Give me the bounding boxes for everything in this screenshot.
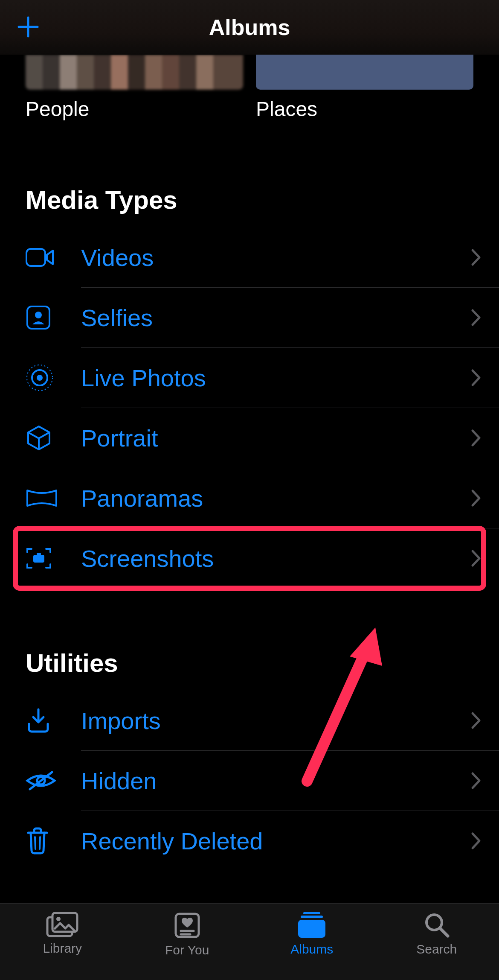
chevron-right-icon [471,772,499,790]
utility-imports[interactable]: Imports [0,691,499,750]
hidden-icon [26,770,56,792]
svg-line-26 [440,928,448,936]
panorama-icon [26,488,58,508]
chevron-right-icon [471,712,499,729]
svg-point-4 [35,312,42,318]
row-label: Videos [81,244,471,271]
selfie-icon [26,305,51,330]
svg-point-18 [56,917,61,921]
svg-point-7 [37,375,43,381]
tab-search[interactable]: Search [374,904,499,980]
utility-recently-deleted[interactable]: Recently Deleted [0,811,499,871]
plus-icon [16,15,40,39]
media-type-screenshots[interactable]: Screenshots [0,528,499,588]
tab-library[interactable]: Library [0,904,125,980]
tab-label: For You [165,943,209,957]
svg-rect-23 [301,916,323,918]
chevron-right-icon [471,429,499,447]
tab-foryou[interactable]: For You [125,904,250,980]
media-type-livephotos[interactable]: Live Photos [0,348,499,408]
tab-label: Search [416,942,457,957]
row-label: Portrait [81,424,471,452]
people-label: People [26,97,243,121]
svg-rect-2 [26,249,45,266]
row-label: Screenshots [81,545,471,572]
row-label: Live Photos [81,364,471,392]
svg-line-13 [40,837,40,849]
albums-icon [296,911,328,939]
add-album-button[interactable] [16,15,40,39]
chevron-right-icon [471,832,499,850]
chevron-right-icon [471,549,499,567]
places-label: Places [256,97,473,121]
search-icon [423,911,450,939]
tabbar: Library For You Albums Search [0,903,499,980]
page-title: Albums [209,15,290,40]
places-album[interactable]: Places [256,55,473,121]
row-label: Imports [81,707,471,735]
utilities-header: Utilities [0,631,499,691]
media-type-selfies[interactable]: Selfies [0,288,499,347]
chevron-right-icon [471,489,499,507]
svg-line-12 [35,837,35,849]
foryou-icon [173,911,201,939]
tab-label: Library [43,941,82,956]
media-types-header: Media Types [0,168,499,228]
row-label: Panoramas [81,484,471,512]
svg-rect-22 [303,912,320,914]
row-label: Recently Deleted [81,827,471,855]
media-type-videos[interactable]: Videos [0,228,499,287]
svg-rect-9 [37,553,41,555]
screenshot-icon [26,546,52,570]
svg-rect-24 [298,920,325,938]
library-icon [46,911,79,938]
chevron-right-icon [471,369,499,387]
media-types-list: Videos Selfie [0,228,499,588]
album-grid-partial: People Places [0,55,499,121]
media-type-panoramas[interactable]: Panoramas [0,468,499,528]
utilities-list: Imports Hidde [0,691,499,871]
portrait-icon [26,425,52,451]
video-icon [26,247,55,268]
row-label: Hidden [81,767,471,795]
chevron-right-icon [471,248,499,266]
trash-icon [26,827,49,855]
utility-hidden[interactable]: Hidden [0,751,499,811]
navbar: Albums [0,0,499,55]
people-thumb [26,55,243,90]
livephoto-icon [26,364,54,392]
places-thumb [256,55,473,90]
tab-albums[interactable]: Albums [250,904,374,980]
svg-rect-8 [33,555,44,563]
chevron-right-icon [471,309,499,327]
import-icon [26,708,51,733]
media-type-portrait[interactable]: Portrait [0,408,499,468]
people-album[interactable]: People [26,55,243,121]
row-label: Selfies [81,304,471,332]
tab-label: Albums [290,942,333,957]
